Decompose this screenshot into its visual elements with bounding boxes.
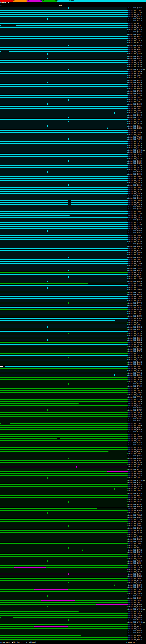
hit-segment[interactable] bbox=[0, 375, 127, 375]
hit-segment[interactable] bbox=[0, 425, 127, 426]
hit-segment[interactable] bbox=[7, 493, 12, 494]
hit-label[interactable]: UniRef100_B9S388 bbox=[128, 202, 142, 204]
hit-segment[interactable] bbox=[0, 390, 127, 391]
hit-label[interactable]: UniRef100_UPI000... bbox=[128, 414, 145, 416]
hit-label[interactable]: UniRef100_Q29RB6 bbox=[128, 252, 142, 254]
hit-label[interactable]: UniRef100_B2W727 bbox=[128, 328, 142, 330]
hit-label[interactable]: UniRef100_UPI000... bbox=[128, 571, 145, 573]
hit-segment[interactable] bbox=[0, 318, 127, 319]
hit-segment[interactable] bbox=[0, 226, 127, 227]
hit-label[interactable]: UniRef100_B5RUC5 bbox=[128, 538, 142, 540]
hit-label[interactable]: UniRef100_UPI000... bbox=[128, 608, 145, 610]
hit-segment[interactable] bbox=[0, 440, 127, 441]
hit-segment[interactable] bbox=[0, 349, 127, 349]
hit-segment[interactable] bbox=[0, 248, 127, 248]
hit-label[interactable]: UniRef100_Q6GF32 bbox=[128, 243, 142, 245]
hit-label[interactable]: UniRef100_UPI000... bbox=[128, 94, 145, 97]
hit-segment[interactable] bbox=[0, 126, 127, 126]
hit-label[interactable]: UniRef100_B5RTZ6 bbox=[128, 390, 142, 392]
hit-segment[interactable] bbox=[0, 154, 127, 155]
hit-segment[interactable] bbox=[0, 266, 127, 266]
hit-label[interactable]: UniRef100_C4Q6Y0 bbox=[128, 182, 142, 184]
hit-label[interactable]: UniRef100_Q6V217 bbox=[128, 97, 142, 99]
hit-segment[interactable] bbox=[0, 213, 127, 214]
hit-segment[interactable] bbox=[0, 43, 127, 43]
hit-label[interactable]: UniRef100_C4WTD7 bbox=[128, 230, 142, 232]
hit-segment[interactable] bbox=[0, 351, 34, 351]
hit-label[interactable]: UniRef100_A5DBX8 bbox=[128, 540, 142, 542]
hit-segment[interactable] bbox=[0, 609, 127, 609]
hit-segment[interactable] bbox=[71, 198, 127, 198]
hit-label[interactable]: UniRef100_A2QP48 bbox=[128, 318, 142, 320]
hit-label[interactable]: UniRef100_Q17BW4 bbox=[128, 573, 142, 575]
hit-label[interactable]: UniRef100_A9TLL1 bbox=[128, 22, 142, 24]
hit-label[interactable]: UniRef100_C9SCB6 bbox=[128, 488, 142, 490]
hit-label[interactable]: UniRef100_Q8LWF2 bbox=[128, 154, 142, 156]
hit-label[interactable]: UniRef100_UPI000... bbox=[128, 621, 145, 623]
hit-label[interactable]: UniRef100_B2ABB1 bbox=[128, 516, 142, 518]
hit-label[interactable]: UniRef100_B2VT82 bbox=[128, 477, 142, 479]
hit-label[interactable]: UniRef100_B1WDC3 bbox=[128, 256, 142, 258]
hit-segment[interactable] bbox=[0, 346, 127, 347]
hit-segment[interactable] bbox=[0, 202, 68, 203]
hit-segment[interactable] bbox=[12, 493, 127, 494]
hit-segment[interactable] bbox=[0, 434, 127, 434]
hit-segment[interactable] bbox=[0, 283, 87, 284]
hit-segment[interactable] bbox=[0, 47, 127, 48]
hit-segment[interactable] bbox=[12, 618, 127, 618]
hit-segment[interactable] bbox=[27, 158, 127, 159]
hit-segment[interactable] bbox=[0, 161, 127, 161]
hit-segment[interactable] bbox=[0, 526, 127, 526]
hit-segment[interactable] bbox=[0, 152, 127, 152]
hit-segment[interactable] bbox=[0, 447, 127, 448]
hit-label[interactable]: UniRef100_A5DV77 bbox=[128, 383, 142, 385]
hit-segment[interactable] bbox=[0, 264, 127, 264]
hit-label[interactable]: UniRef100_UPI000... bbox=[128, 84, 145, 86]
hit-segment[interactable] bbox=[0, 130, 127, 131]
hit-segment[interactable] bbox=[0, 366, 3, 367]
hit-label[interactable]: UniRef100_B0X0C1 bbox=[128, 612, 142, 614]
hit-label[interactable]: UniRef100_Q2V991 bbox=[128, 110, 142, 112]
hit-label[interactable]: UniRef100_B6HDB2 bbox=[128, 339, 142, 341]
hit-segment[interactable] bbox=[0, 543, 127, 544]
hit-segment[interactable] bbox=[0, 132, 127, 133]
hit-segment[interactable] bbox=[0, 28, 127, 28]
hit-segment[interactable] bbox=[0, 180, 127, 181]
hit-segment[interactable] bbox=[0, 329, 127, 330]
hit-label[interactable]: UniRef100_Q6FWY0 bbox=[128, 381, 142, 383]
hit-segment[interactable] bbox=[0, 108, 127, 109]
hit-label[interactable]: UniRef100_A2C1N0 bbox=[128, 346, 142, 348]
hit-segment[interactable] bbox=[0, 91, 127, 92]
hit-label[interactable]: UniRef100_B4HFW0 bbox=[128, 593, 142, 595]
hit-segment[interactable] bbox=[0, 139, 127, 139]
hit-segment[interactable] bbox=[0, 274, 127, 275]
hit-segment[interactable] bbox=[107, 471, 127, 472]
hit-segment[interactable] bbox=[0, 611, 78, 612]
hit-segment[interactable] bbox=[0, 170, 3, 170]
hit-label[interactable]: UniRef100_UPI000... bbox=[128, 73, 145, 75]
hit-segment[interactable] bbox=[0, 30, 127, 30]
hit-segment[interactable] bbox=[0, 637, 127, 638]
hit-segment[interactable] bbox=[0, 69, 127, 70]
hit-label[interactable]: UniRef100_Q9AVG2 bbox=[128, 300, 142, 302]
hit-segment[interactable] bbox=[0, 209, 127, 209]
hit-segment[interactable] bbox=[0, 16, 127, 17]
hit-segment[interactable] bbox=[0, 240, 127, 240]
hit-segment[interactable] bbox=[0, 585, 114, 585]
hit-segment[interactable] bbox=[0, 458, 127, 458]
hit-segment[interactable] bbox=[0, 224, 127, 224]
hit-label[interactable]: UniRef100_B7FY19 bbox=[128, 302, 142, 304]
hit-segment[interactable] bbox=[14, 491, 127, 491]
hit-label[interactable]: UniRef100_Q75CB0 bbox=[128, 403, 142, 405]
hit-segment[interactable] bbox=[0, 163, 127, 163]
hit-label[interactable]: UniRef100_B3BF24 bbox=[128, 254, 142, 256]
hit-label[interactable]: UniRef100_A1CCQ9 bbox=[128, 442, 142, 444]
hit-segment[interactable] bbox=[0, 62, 127, 63]
hit-label[interactable]: UniRef100_Q2H0F2 bbox=[128, 523, 142, 525]
hit-segment[interactable] bbox=[0, 572, 127, 572]
hit-label[interactable]: UniRef100_C9SG11 bbox=[128, 210, 142, 212]
hit-label[interactable]: UniRef100_UPI000... bbox=[128, 164, 145, 166]
hit-label[interactable]: UniRef100_B7FCW5 bbox=[128, 121, 142, 123]
hit-segment[interactable] bbox=[0, 322, 127, 323]
hit-label[interactable]: UniRef100_A4QYF6 bbox=[128, 237, 142, 239]
